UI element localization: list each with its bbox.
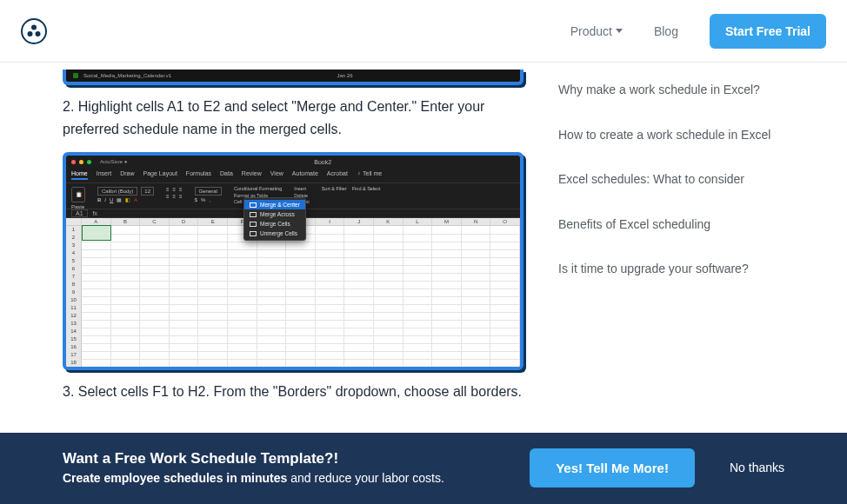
- underline-icon[interactable]: U: [110, 197, 113, 202]
- percent-icon[interactable]: %: [201, 197, 205, 202]
- sort-filter-button[interactable]: Sort & Filter: [322, 187, 347, 192]
- toc-link-1[interactable]: Why make a work schedule in Excel?: [558, 73, 784, 108]
- nav-blog[interactable]: Blog: [654, 24, 678, 38]
- col-header[interactable]: C: [140, 218, 170, 225]
- cell[interactable]: [490, 359, 520, 368]
- tab-home[interactable]: Home: [71, 170, 88, 180]
- col-header[interactable]: L: [403, 218, 433, 225]
- cell[interactable]: [228, 359, 257, 368]
- align-left-icon[interactable]: ≡: [166, 194, 170, 199]
- merge-cells-item[interactable]: Merge Cells: [244, 219, 305, 229]
- align-right-icon[interactable]: ≡: [179, 194, 183, 199]
- bold-icon[interactable]: B: [97, 197, 101, 202]
- cell[interactable]: [374, 359, 403, 368]
- find-select-button[interactable]: Find & Select: [352, 187, 381, 192]
- cell[interactable]: [403, 359, 433, 368]
- comma-icon[interactable]: ,: [209, 197, 210, 202]
- sheet-row: 11: [66, 304, 520, 312]
- col-header[interactable]: J: [344, 218, 374, 225]
- main-layout: Social_Media_Marketing_Calendar.v1 Jan 2…: [0, 63, 847, 415]
- cell[interactable]: [82, 359, 111, 368]
- merge-center-item[interactable]: Merge & Center: [244, 200, 305, 209]
- align-bot-icon[interactable]: ≡: [179, 187, 183, 192]
- tab-formulas[interactable]: Formulas: [186, 170, 211, 180]
- col-header[interactable]: B: [111, 218, 141, 225]
- sheet-row: 5: [66, 257, 520, 265]
- site-header: Product Blog Start Free Trial: [0, 0, 847, 63]
- align-mid-icon[interactable]: ≡: [173, 187, 177, 192]
- currency-icon[interactable]: $: [195, 197, 197, 202]
- svg-point-2: [36, 31, 41, 36]
- cell[interactable]: [111, 359, 141, 368]
- figure-excel-merge: AutoSave ● Book2 Home Insert Draw Page L…: [63, 152, 524, 370]
- tab-draw[interactable]: Draw: [120, 170, 134, 180]
- minimize-icon: [79, 160, 83, 164]
- font-size-select[interactable]: 12: [141, 187, 154, 196]
- insert-button[interactable]: Insert: [294, 187, 309, 192]
- merge-icon: [250, 231, 257, 236]
- fill-icon[interactable]: ◧: [125, 197, 130, 202]
- tab-acrobat[interactable]: Acrobat: [327, 170, 348, 180]
- unmerge-cells-item[interactable]: Unmerge Cells: [244, 229, 305, 238]
- paste-icon[interactable]: 📋: [71, 187, 85, 202]
- italic-icon[interactable]: I: [104, 197, 106, 202]
- toc-link-5[interactable]: Is it time to upgrade your software?: [558, 252, 784, 287]
- tab-data[interactable]: Data: [220, 170, 233, 180]
- promo-dismiss-link[interactable]: No thanks: [730, 461, 784, 474]
- border-icon[interactable]: ▦: [117, 197, 122, 202]
- cell[interactable]: [286, 359, 316, 368]
- toc-link-2[interactable]: How to create a work schedule in Excel: [558, 118, 784, 153]
- col-header[interactable]: E: [198, 218, 228, 225]
- start-free-trial-button[interactable]: Start Free Trial: [710, 14, 826, 49]
- file-icon: [73, 73, 78, 78]
- cell[interactable]: [140, 359, 170, 368]
- sheet-row: 10: [66, 296, 520, 304]
- tab-insert[interactable]: Insert: [97, 170, 112, 180]
- tab-automate[interactable]: Automate: [292, 170, 318, 180]
- font-color-icon[interactable]: A: [134, 197, 137, 202]
- col-header[interactable]: D: [170, 218, 199, 225]
- sheet-row: 17: [66, 351, 520, 359]
- name-box[interactable]: A1: [71, 209, 88, 217]
- col-header[interactable]: N: [462, 218, 491, 225]
- tab-tellme[interactable]: ♀ Tell me: [357, 170, 382, 180]
- tab-review[interactable]: Review: [242, 170, 262, 180]
- ribbon-editing: Sort & Filter Find & Select: [322, 187, 381, 192]
- promo-cta-button[interactable]: Yes! Tell Me More!: [530, 448, 695, 487]
- brand-logo: [21, 18, 47, 44]
- col-header[interactable]: M: [432, 218, 462, 225]
- cell[interactable]: [170, 359, 199, 368]
- cell[interactable]: [344, 359, 374, 368]
- col-header[interactable]: K: [374, 218, 403, 225]
- align-center-icon[interactable]: ≡: [173, 194, 177, 199]
- font-name-select[interactable]: Calibri (Body): [97, 187, 137, 196]
- col-header[interactable]: [66, 218, 82, 225]
- toc-link-3[interactable]: Excel schedules: What to consider: [558, 162, 784, 197]
- col-header[interactable]: I: [316, 218, 345, 225]
- cell[interactable]: [316, 359, 345, 368]
- merge-dropdown: Merge & Center Merge Across Merge Cells …: [243, 197, 306, 241]
- number-format-select[interactable]: General: [195, 187, 222, 196]
- cell-selection: [82, 225, 111, 241]
- merge-across-item[interactable]: Merge Across: [244, 209, 305, 219]
- fx-icon[interactable]: fx: [93, 210, 97, 216]
- primary-nav: Product Blog Start Free Trial: [570, 14, 826, 49]
- toc-link-4[interactable]: Benefits of Excel scheduling: [558, 208, 784, 242]
- col-header[interactable]: O: [490, 218, 520, 225]
- step-3-text: 3. Select cells F1 to H2. From the "Bord…: [63, 381, 524, 403]
- tab-view[interactable]: View: [270, 170, 283, 180]
- row-header[interactable]: 18: [66, 359, 82, 368]
- sheet-row: 16: [66, 343, 520, 351]
- cell[interactable]: [198, 359, 228, 368]
- cell[interactable]: [432, 359, 462, 368]
- cell[interactable]: [462, 359, 491, 368]
- sheet-row: 18: [66, 359, 520, 367]
- col-header[interactable]: A: [82, 218, 111, 225]
- cond-format-button[interactable]: Conditional Formatting: [234, 187, 282, 192]
- tab-page-layout[interactable]: Page Layout: [143, 170, 177, 180]
- cell[interactable]: [257, 359, 287, 368]
- sheet-row: 3: [66, 242, 520, 249]
- nav-product[interactable]: Product: [570, 24, 623, 38]
- prev-file-date: Jan 26: [337, 73, 353, 78]
- align-top-icon[interactable]: ≡: [166, 187, 170, 192]
